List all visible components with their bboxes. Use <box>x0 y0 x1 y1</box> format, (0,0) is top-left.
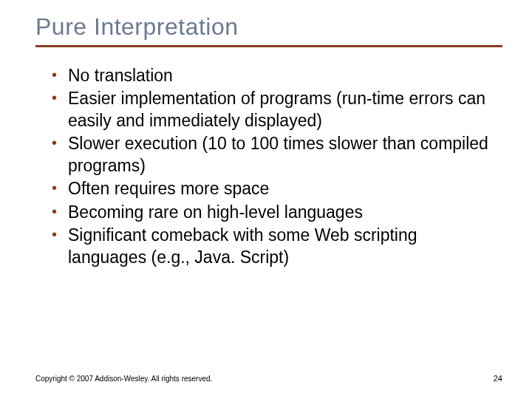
footer: Copyright © 2007 Addison-Wesley. All rig… <box>35 374 502 383</box>
list-item: No translation <box>52 65 492 86</box>
list-item: Often requires more space <box>52 178 492 200</box>
copyright-text: Copyright © 2007 Addison-Wesley. All rig… <box>35 375 212 383</box>
page-number: 24 <box>494 374 502 383</box>
list-item: Becoming rare on high-level languages <box>52 202 492 223</box>
list-item: Easier implementation of programs (run-t… <box>52 88 492 132</box>
bullet-list: No translation Easier implementation of … <box>35 65 502 268</box>
horizontal-rule <box>35 45 502 47</box>
page-title: Pure Interpretation <box>35 13 502 41</box>
list-item: Significant comeback with some Web scrip… <box>52 225 492 268</box>
slide: Pure Interpretation No translation Easie… <box>0 0 532 399</box>
list-item: Slower execution (10 to 100 times slower… <box>52 133 492 177</box>
